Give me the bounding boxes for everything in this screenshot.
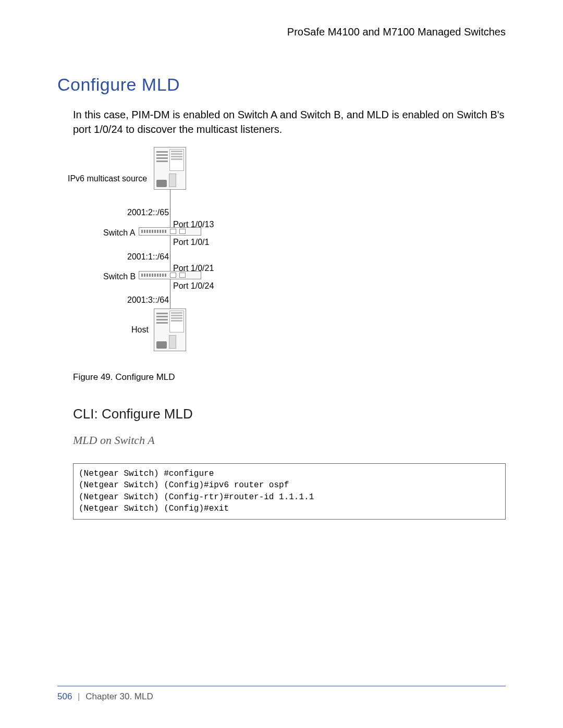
diagram-label-source: IPv6 multicast source — [68, 173, 147, 184]
page-number: 506 — [57, 692, 72, 701]
server-icon — [154, 147, 186, 190]
link-line — [170, 190, 170, 227]
code-line: (Netgear Switch) (Config)#ipv6 router os… — [79, 480, 289, 490]
server-icon — [154, 309, 186, 351]
intro-paragraph: In this case, PIM-DM is enabled on Switc… — [73, 107, 506, 137]
diagram-label-host: Host — [131, 324, 149, 336]
code-line: (Netgear Switch) #configure — [79, 469, 214, 478]
page-footer: 506 | Chapter 30. MLD — [57, 686, 506, 702]
code-block: (Netgear Switch) #configure (Netgear Swi… — [73, 463, 506, 520]
switch-icon — [139, 271, 201, 279]
code-line: (Netgear Switch) (Config-rtr)#router-id … — [79, 492, 314, 502]
diagram-net3: 2001:3::/64 — [127, 294, 169, 306]
diagram-port-b-down: Port 1/0/24 — [173, 280, 214, 292]
chapter-label: Chapter 30. MLD — [85, 692, 153, 701]
diagram-label-switchA: Switch A — [103, 227, 135, 239]
page: ProSafe M4100 and M7100 Managed Switches… — [0, 0, 563, 728]
network-diagram: IPv6 multicast source 2001:2::/65 Port 1… — [73, 147, 506, 355]
switch-icon — [139, 227, 201, 236]
link-line — [170, 279, 170, 309]
cli-subheading: MLD on Switch A — [73, 433, 506, 449]
footer-separator: | — [78, 692, 80, 701]
running-header: ProSafe M4100 and M7100 Managed Switches — [57, 26, 506, 38]
section-title: Configure MLD — [57, 75, 506, 95]
link-line — [170, 236, 170, 271]
diagram-label-switchB: Switch B — [103, 271, 136, 282]
code-line: (Netgear Switch) (Config)#exit — [79, 504, 229, 513]
diagram-port-a-down: Port 1/0/1 — [173, 237, 209, 248]
cli-heading: CLI: Configure MLD — [73, 404, 506, 423]
diagram-net2: 2001:1::/64 — [127, 251, 169, 263]
figure-caption: Figure 49. Configure MLD — [73, 371, 506, 384]
diagram-net1: 2001:2::/65 — [127, 207, 169, 218]
